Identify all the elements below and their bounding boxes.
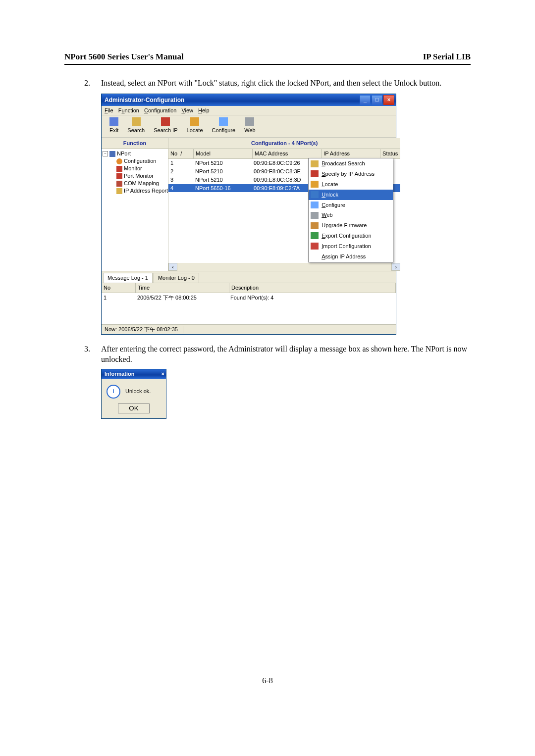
ctx-locate[interactable]: Locate bbox=[309, 179, 393, 190]
function-tree: − NPort Configuration Monitor Port Monit… bbox=[102, 149, 168, 271]
web-icon bbox=[311, 212, 319, 219]
scroll-left-icon[interactable]: ‹ bbox=[168, 263, 177, 271]
ctx-import-config[interactable]: Import Configuration bbox=[309, 241, 393, 252]
info-icon bbox=[116, 158, 122, 164]
menu-bar: File Function Configuration View Help bbox=[102, 106, 396, 116]
admin-window: Administrator-Configuration _ □ × File F… bbox=[101, 94, 396, 335]
locate-icon bbox=[190, 117, 199, 126]
ctx-assign-ip[interactable]: Assign IP Address bbox=[309, 252, 393, 262]
col-ip[interactable]: IP Address bbox=[321, 149, 380, 158]
step-2-text: Instead, select an NPort with "Lock" sta… bbox=[101, 79, 441, 87]
step-3-text: After entering the correct password, the… bbox=[101, 345, 467, 364]
step-2: 2. Instead, select an NPort with "Lock" … bbox=[84, 78, 471, 335]
log-col-desc[interactable]: Description bbox=[229, 283, 396, 293]
log-tabs: Message Log - 1 Monitor Log - 0 bbox=[102, 271, 396, 283]
specify-ip-icon bbox=[311, 170, 319, 177]
status-now: Now: 2006/5/22 下午 08:02:35 bbox=[105, 326, 183, 333]
ip-report-icon bbox=[116, 188, 122, 194]
ctx-web[interactable]: Web bbox=[309, 210, 393, 220]
searchip-icon bbox=[161, 117, 170, 126]
list-header: No / Model MAC Address IP Address Status bbox=[168, 149, 400, 159]
tree-com-mapping[interactable]: COM Mapping bbox=[103, 180, 168, 187]
broadcast-icon bbox=[311, 160, 319, 167]
function-header: Function bbox=[102, 138, 168, 149]
doc-title-left: NPort 5600 Series User's Manual bbox=[64, 52, 184, 62]
ctx-broadcast-search[interactable]: Broadcast Search bbox=[309, 158, 393, 169]
nport-icon bbox=[109, 151, 115, 157]
search-icon bbox=[132, 117, 141, 126]
horizontal-scrollbar[interactable]: ‹ › bbox=[168, 263, 400, 271]
ctx-configure[interactable]: Configure bbox=[309, 200, 393, 210]
ctx-specify-ip[interactable]: Specify by IP Address bbox=[309, 169, 393, 179]
step-3: 3. After entering the correct password, … bbox=[84, 344, 471, 419]
doc-title-right: IP Serial LIB bbox=[423, 52, 471, 62]
collapse-icon[interactable]: − bbox=[103, 151, 108, 156]
col-model[interactable]: Model bbox=[194, 149, 253, 158]
step-2-num: 2. bbox=[84, 78, 90, 89]
tab-message-log[interactable]: Message Log - 1 bbox=[103, 273, 153, 283]
ctx-upgrade-firmware[interactable]: Upgrade Firmware bbox=[309, 220, 393, 231]
info-title: Information bbox=[105, 370, 161, 378]
port-monitor-icon bbox=[116, 173, 122, 179]
toolbar-locate[interactable]: Locate bbox=[183, 117, 207, 134]
info-dialog: Information × i Unlock ok. OK bbox=[101, 369, 166, 419]
toolbar: Exit Search Search IP Locate Configure W… bbox=[102, 115, 396, 138]
toolbar-search[interactable]: Search bbox=[123, 117, 149, 134]
locate-icon bbox=[311, 181, 319, 188]
tree-monitor[interactable]: Monitor bbox=[103, 165, 168, 172]
nport-list: No / Model MAC Address IP Address Status… bbox=[168, 149, 400, 263]
tree-port-monitor[interactable]: Port Monitor bbox=[103, 172, 168, 180]
col-status[interactable]: Status bbox=[380, 149, 400, 158]
page-number: 6-8 bbox=[64, 676, 471, 685]
import-icon bbox=[311, 243, 319, 250]
ok-button[interactable]: OK bbox=[118, 403, 150, 413]
com-mapping-icon bbox=[116, 181, 122, 187]
log-panel: No Time Description 1 2006/5/22 下午 08:00… bbox=[102, 283, 396, 324]
log-col-no[interactable]: No bbox=[102, 283, 136, 293]
toolbar-searchip[interactable]: Search IP bbox=[150, 117, 181, 134]
maximize-button[interactable]: □ bbox=[372, 95, 382, 105]
step-3-num: 3. bbox=[84, 344, 90, 354]
window-title: Administrator-Configuration bbox=[105, 96, 359, 104]
scroll-right-icon[interactable]: › bbox=[391, 263, 400, 271]
menu-view[interactable]: View bbox=[181, 107, 193, 114]
menu-configuration[interactable]: Configuration bbox=[144, 107, 176, 114]
log-col-time[interactable]: Time bbox=[136, 283, 229, 293]
upgrade-icon bbox=[311, 222, 319, 229]
col-mac[interactable]: MAC Address bbox=[253, 149, 321, 158]
menu-function[interactable]: Function bbox=[118, 107, 139, 114]
tree-configuration[interactable]: Configuration bbox=[103, 157, 168, 165]
col-no[interactable]: No / bbox=[168, 149, 194, 158]
window-titlebar: Administrator-Configuration _ □ × bbox=[102, 94, 396, 106]
close-button[interactable]: × bbox=[383, 95, 394, 105]
assign-ip-icon bbox=[311, 253, 319, 260]
log-row[interactable]: 1 2006/5/22 下午 08:00:25 Found NPort(s): … bbox=[102, 293, 396, 302]
configure-icon bbox=[311, 202, 319, 208]
tree-ip-address-report[interactable]: IP Address Report bbox=[103, 187, 168, 195]
info-close-button[interactable]: × bbox=[161, 370, 164, 378]
status-bar: Now: 2006/5/22 下午 08:02:35 bbox=[102, 324, 396, 334]
menu-file[interactable]: File bbox=[105, 107, 113, 114]
doc-header: NPort 5600 Series User's Manual IP Seria… bbox=[64, 52, 471, 65]
info-titlebar: Information × bbox=[102, 369, 166, 379]
unlock-icon bbox=[311, 191, 319, 198]
toolbar-configure[interactable]: Configure bbox=[208, 117, 240, 134]
menu-help[interactable]: Help bbox=[198, 107, 210, 114]
monitor-icon bbox=[116, 166, 122, 172]
tree-root[interactable]: − NPort bbox=[103, 150, 168, 157]
web-icon bbox=[245, 117, 254, 126]
ctx-export-config[interactable]: Export Configuration bbox=[309, 231, 393, 241]
toolbar-exit[interactable]: Exit bbox=[106, 117, 122, 134]
tab-monitor-log[interactable]: Monitor Log - 0 bbox=[154, 273, 199, 283]
minimize-button[interactable]: _ bbox=[360, 95, 371, 105]
toolbar-web[interactable]: Web bbox=[240, 117, 259, 134]
information-icon: i bbox=[107, 385, 120, 399]
info-message: Unlock ok. bbox=[125, 388, 151, 395]
configure-icon bbox=[219, 117, 228, 126]
context-menu: Broadcast Search Specify by IP Address L… bbox=[308, 158, 393, 262]
config-header: Configuration - 4 NPort(s) bbox=[168, 138, 400, 149]
export-icon bbox=[311, 232, 319, 239]
exit-icon bbox=[109, 117, 118, 126]
ctx-unlock[interactable]: Unlock bbox=[309, 190, 393, 200]
